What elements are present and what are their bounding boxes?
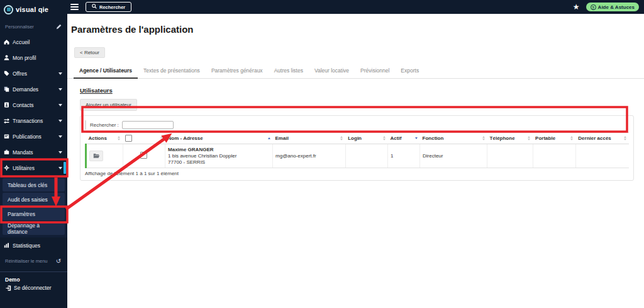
submenu-item-tableau-des-cles[interactable]: Tableau des clés bbox=[3, 178, 65, 191]
sidebar-item-accueil[interactable]: Accueil bbox=[0, 34, 67, 50]
bar-chart-icon bbox=[3, 242, 9, 248]
address-book-icon bbox=[3, 102, 9, 108]
col-actions[interactable]: Actions bbox=[86, 133, 123, 144]
sidebar-item-transactions[interactable]: Transactions bbox=[0, 113, 67, 128]
caret-down-icon bbox=[58, 151, 62, 154]
help-label: Aide & Astuces bbox=[598, 4, 635, 10]
tab-textes-de-presentations[interactable]: Textes de présentations bbox=[138, 65, 206, 78]
column-label: Actions bbox=[89, 135, 107, 141]
submenu-item-depannage-a-distance[interactable]: Dépannage à distance bbox=[3, 222, 65, 235]
sidebar-personalize[interactable]: Personnaliser bbox=[0, 19, 67, 34]
open-record-button[interactable] bbox=[89, 151, 103, 161]
sidebar-item-label: Utilitaires bbox=[13, 165, 55, 171]
col-select[interactable] bbox=[123, 133, 165, 144]
global-search-label: Rechercher bbox=[99, 4, 125, 10]
column-label: Dernier accès bbox=[578, 135, 611, 141]
pagination-info: Affichage de l'élément 1 à 1 sur 1 éléme… bbox=[85, 171, 629, 176]
col-actif[interactable]: Actif bbox=[388, 133, 420, 144]
col-telephone[interactable]: Téléphone bbox=[487, 133, 533, 144]
table-search-label: Rechercher : bbox=[90, 122, 119, 128]
column-label: Portable bbox=[535, 135, 555, 141]
section-title: Utilisateurs bbox=[80, 87, 113, 94]
sort-icon bbox=[528, 136, 530, 140]
submenu-item-label: Audit des saisies bbox=[8, 197, 48, 203]
col-fonction[interactable]: Fonction bbox=[420, 133, 487, 144]
cell-nom-adresse: Maxime GRANGER 1 bis avenue Christian Do… bbox=[165, 144, 273, 168]
tab-autres-listes[interactable]: Autres listes bbox=[269, 65, 309, 78]
sidebar-footer: Demo Se déconnecter bbox=[0, 272, 67, 295]
briefcase-icon bbox=[3, 149, 9, 155]
sidebar-reset-menu[interactable]: Réinitialiser le menu ↺ bbox=[0, 253, 67, 269]
submenu-item-parametres[interactable]: Paramètres bbox=[3, 207, 65, 220]
col-email[interactable]: Email bbox=[273, 133, 346, 144]
user-address-line2: 77700 - SERRIS bbox=[168, 159, 270, 166]
cell-email: mg@ano-expert.fr bbox=[273, 144, 346, 168]
cell-select bbox=[123, 144, 165, 168]
settings-tabs: Agence / Utilisateurs Textes de présenta… bbox=[67, 65, 644, 79]
sidebar-item-statistiques[interactable]: Statistiques bbox=[0, 237, 67, 253]
table-row[interactable]: Maxime GRANGER 1 bis avenue Christian Do… bbox=[86, 144, 630, 168]
submenu-item-audit-des-saisies[interactable]: Audit des saisies bbox=[3, 193, 65, 206]
newspaper-icon bbox=[3, 134, 9, 139]
topbar: Rechercher ★ ? Aide & Astuces bbox=[67, 0, 644, 14]
caret-down-icon bbox=[58, 167, 62, 169]
sidebar-item-demandes[interactable]: Demandes bbox=[0, 81, 67, 97]
sidebar-item-mon-profil[interactable]: Mon profil bbox=[0, 50, 67, 66]
logged-user-name: Demo bbox=[5, 277, 62, 283]
user-address-line1: 1 bis avenue Christian Doppler bbox=[168, 153, 270, 159]
sidebar-item-label: Transactions bbox=[13, 118, 55, 124]
sidebar-item-label: Mon profil bbox=[13, 55, 64, 61]
tab-parametres-generaux[interactable]: Paramètres généraux bbox=[206, 65, 269, 78]
sidebar-item-utilitaires[interactable]: Utilitaires bbox=[0, 160, 67, 176]
table-search-input[interactable] bbox=[122, 121, 174, 129]
tab-agence-utilisateurs[interactable]: Agence / Utilisateurs bbox=[74, 65, 138, 79]
cell-portable bbox=[533, 144, 575, 168]
person-icon bbox=[3, 55, 9, 60]
hamburger-menu-icon[interactable] bbox=[70, 4, 79, 10]
sidebar-item-label: Publications bbox=[13, 134, 55, 140]
sidebar-item-label: Accueil bbox=[13, 39, 64, 45]
star-icon[interactable]: ★ bbox=[573, 3, 580, 11]
back-button[interactable]: < Retour bbox=[74, 47, 105, 58]
sort-icon bbox=[160, 136, 163, 140]
caret-down-icon bbox=[58, 120, 62, 122]
sidebar-item-mandats[interactable]: Mandats bbox=[0, 144, 67, 160]
caret-down-icon bbox=[58, 135, 62, 138]
add-user-button[interactable]: Ajouter un utilisateur bbox=[80, 99, 137, 111]
gear-icon bbox=[3, 165, 9, 171]
active-menu-indicator bbox=[64, 162, 66, 174]
users-table: Actions Nom - Adresse Email Login bbox=[85, 132, 629, 168]
sidebar: visual qie Personnaliser Accueil Mon pro… bbox=[0, 0, 67, 308]
tab-exports[interactable]: Exports bbox=[395, 65, 425, 78]
row-checkbox[interactable] bbox=[140, 152, 147, 159]
sidebar-item-contacts[interactable]: Contacts bbox=[0, 97, 67, 113]
exchange-icon bbox=[3, 118, 9, 123]
pencil-icon bbox=[55, 24, 62, 30]
cell-dernier-acces bbox=[575, 144, 629, 168]
cell-actions bbox=[86, 144, 123, 168]
brand-logo[interactable]: visual qie bbox=[0, 0, 67, 19]
sort-icon bbox=[624, 136, 626, 140]
help-button[interactable]: ? Aide & Astuces bbox=[586, 3, 639, 11]
col-nom-adresse[interactable]: Nom - Adresse bbox=[165, 133, 273, 144]
logout-button[interactable]: Se déconnecter bbox=[5, 285, 62, 291]
sidebar-item-label: Demandes bbox=[13, 86, 55, 93]
col-login[interactable]: Login bbox=[345, 133, 387, 144]
cell-actif: 1 bbox=[388, 144, 420, 168]
global-search-button[interactable]: Rechercher bbox=[86, 2, 131, 12]
table-header-row: Actions Nom - Adresse Email Login bbox=[86, 133, 630, 144]
tab-previsionnel[interactable]: Prévisionnel bbox=[355, 65, 395, 78]
column-label: Fonction bbox=[423, 135, 444, 141]
undo-icon: ↺ bbox=[55, 258, 62, 265]
home-icon bbox=[3, 39, 9, 45]
sidebar-item-offres[interactable]: Offres bbox=[0, 66, 67, 81]
select-all-checkbox[interactable] bbox=[125, 135, 132, 142]
col-portable[interactable]: Portable bbox=[533, 133, 575, 144]
tab-valeur-locative[interactable]: Valeur locative bbox=[309, 65, 355, 78]
sort-asc-icon bbox=[268, 137, 270, 139]
col-dernier-acces[interactable]: Dernier accès bbox=[575, 133, 629, 144]
sidebar-item-publications[interactable]: Publications bbox=[0, 128, 67, 144]
column-label: Nom - Adresse bbox=[168, 135, 203, 141]
brand-name: visual qie bbox=[16, 6, 48, 13]
cell-login bbox=[345, 144, 387, 168]
